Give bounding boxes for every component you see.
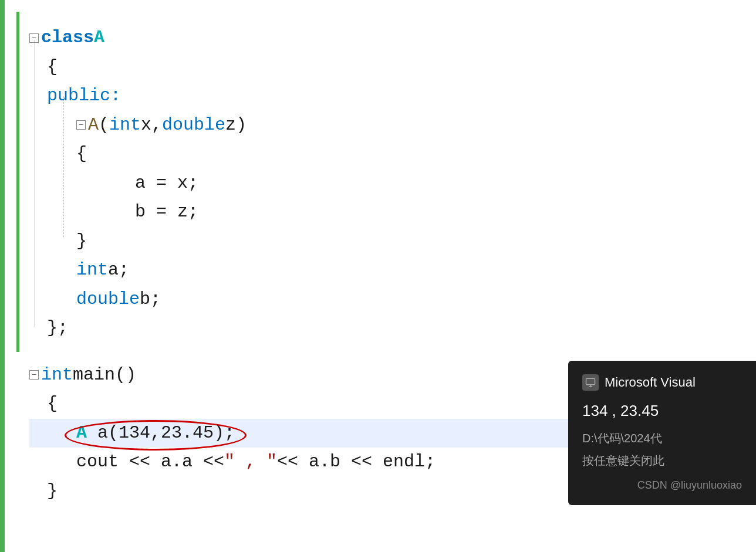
code-line-open-brace-constructor: { bbox=[29, 140, 756, 169]
code-line-class: − class A bbox=[29, 23, 756, 53]
collapse-main[interactable]: − bbox=[29, 370, 39, 380]
brace-close-constructor: } bbox=[76, 227, 87, 256]
code-line-open-brace-class: { bbox=[29, 53, 756, 82]
brace-open-main: { bbox=[47, 390, 58, 419]
green-bar-main bbox=[0, 393, 3, 517]
code-line-close-class: }; bbox=[29, 314, 756, 343]
code-editor: − class A { public: − A ( int x, double … bbox=[0, 0, 756, 552]
toast-file-path: D:\代码\2024代 bbox=[582, 428, 742, 448]
string-comma: " , " bbox=[224, 448, 277, 477]
toast-notification: Microsoft Visual 134 , 23.45 D:\代码\2024代… bbox=[568, 361, 756, 505]
toast-output-value: 134 , 23.45 bbox=[582, 398, 742, 424]
svg-rect-0 bbox=[586, 378, 595, 385]
code-line-int-a: int a; bbox=[29, 256, 756, 285]
keyword-double-param: double bbox=[162, 111, 225, 140]
code-line-public: public: bbox=[29, 82, 756, 111]
keyword-int-param: int bbox=[109, 111, 141, 140]
spacer bbox=[29, 343, 756, 361]
toast-instruction-text: 按任意键关闭此 bbox=[582, 451, 742, 470]
cout-stmt-2: << a.b << endl; bbox=[277, 448, 436, 477]
code-line-assign-b: b = z; bbox=[29, 198, 756, 227]
keyword-double-member: double bbox=[76, 285, 140, 314]
stmt-b-equals-z: b = z; bbox=[135, 198, 198, 227]
constructor-name: A bbox=[88, 111, 99, 140]
monitor-icon bbox=[585, 377, 596, 388]
collapse-class[interactable]: − bbox=[29, 33, 39, 43]
member-a: a; bbox=[108, 256, 129, 285]
brace-close-main: } bbox=[47, 477, 58, 506]
object-creation: a(134,23.45); bbox=[87, 419, 235, 448]
vline-1 bbox=[16, 12, 19, 352]
cout-stmt-1: cout << a.a << bbox=[76, 448, 224, 477]
toast-footer-credit: CSDN @liuyunluoxiao bbox=[582, 476, 742, 495]
paren-open: ( bbox=[99, 111, 109, 140]
main-signature: main() bbox=[73, 361, 136, 390]
collapse-constructor[interactable]: − bbox=[76, 120, 86, 130]
keyword-class: class bbox=[41, 23, 94, 53]
brace-open: { bbox=[47, 53, 58, 82]
keyword-int-main: int bbox=[41, 361, 73, 390]
code-line-constructor: − A ( int x, double z) bbox=[29, 111, 756, 140]
keyword-public: public: bbox=[47, 82, 121, 111]
keyword-int-member: int bbox=[76, 256, 108, 285]
class-A-usage: A bbox=[76, 419, 87, 448]
param-x: x, bbox=[141, 111, 162, 140]
classname-A: A bbox=[94, 23, 104, 53]
param-z: z) bbox=[225, 111, 247, 140]
member-b: b; bbox=[140, 285, 161, 314]
brace-open-2: { bbox=[76, 140, 87, 169]
toast-app-title: Microsoft Visual bbox=[605, 371, 696, 393]
code-line-double-b: double b; bbox=[29, 285, 756, 314]
toast-app-icon bbox=[582, 374, 599, 391]
code-line-assign-a: a = x; bbox=[29, 169, 756, 198]
code-line-close-brace-constructor: } bbox=[29, 227, 756, 256]
toast-header: Microsoft Visual bbox=[582, 371, 742, 393]
close-class-brace: }; bbox=[47, 314, 68, 343]
stmt-a-equals-x: a = x; bbox=[135, 169, 198, 198]
